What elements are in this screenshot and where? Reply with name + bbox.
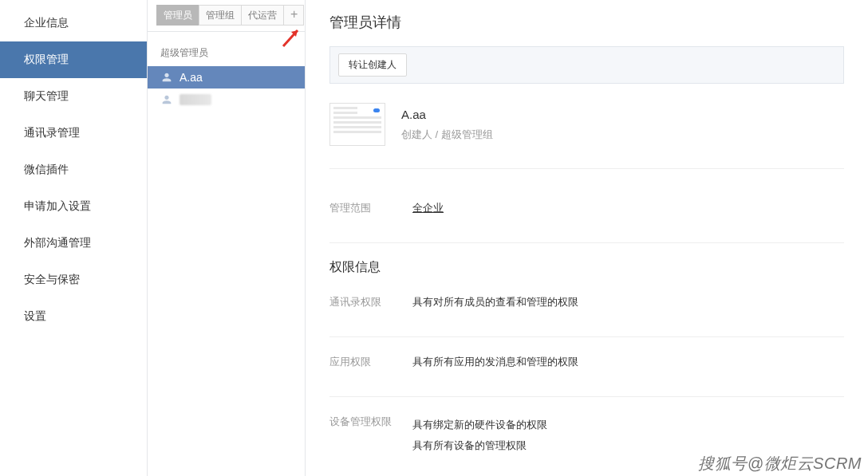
tab-admins[interactable]: 管理员 (156, 5, 199, 26)
admin-tabs: 管理员 管理组 代运营 + (148, 5, 305, 32)
sidebar-item-wechat-plugin[interactable]: 微信插件 (0, 151, 147, 188)
profile-card-thumbnail (329, 103, 385, 146)
profile-row: A.aa 创建人 / 超级管理组 (329, 103, 844, 169)
profile-name: A.aa (401, 108, 493, 121)
perm-row-devices: 设备管理权限 具有绑定新的硬件设备的权限 具有所有设备的管理权限 (329, 402, 844, 469)
perm-value-line: 具有绑定新的硬件设备的权限 (412, 415, 547, 435)
person-icon (160, 93, 173, 106)
sidebar-item-external-comm-management[interactable]: 外部沟通管理 (0, 225, 147, 262)
sidebar-item-security[interactable]: 安全与保密 (0, 262, 147, 298)
sidebar-item-settings[interactable]: 设置 (0, 298, 147, 335)
sidebar-item-contacts-management[interactable]: 通讯录管理 (0, 115, 147, 151)
tab-delegated-ops[interactable]: 代运营 (241, 5, 284, 26)
scope-value[interactable]: 全企业 (412, 201, 444, 215)
sidebar-item-join-request-settings[interactable]: 申请加入设置 (0, 188, 147, 225)
perm-label: 设备管理权限 (329, 415, 412, 456)
sidebar: 企业信息 权限管理 聊天管理 通讯录管理 微信插件 申请加入设置 外部沟通管理 … (0, 0, 148, 476)
page-title: 管理员详情 (329, 13, 844, 32)
transfer-bar: 转让创建人 (329, 46, 844, 84)
perm-row-contacts: 通讯录权限 具有对所有成员的查看和管理的权限 (329, 282, 844, 322)
sidebar-item-chat-management[interactable]: 聊天管理 (0, 78, 147, 115)
tab-admin-groups[interactable]: 管理组 (199, 5, 242, 26)
perm-value-line: 具有所有设备的管理权限 (412, 435, 547, 456)
admin-name-redacted (180, 94, 211, 105)
admin-list-column: 管理员 管理组 代运营 + 超级管理员 A.aa (148, 0, 306, 476)
perm-value: 具有所有应用的发消息和管理的权限 (412, 355, 578, 369)
admin-name: A.aa (180, 71, 203, 84)
permissions-section-title: 权限信息 (329, 248, 844, 282)
perm-label: 通讯录权限 (329, 295, 412, 309)
scope-row: 管理范围 全企业 (329, 188, 844, 228)
admin-detail-panel: 管理员详情 转让创建人 A.aa 创建人 / 超级管理组 管理范围 全企业 (306, 0, 868, 476)
scope-label: 管理范围 (329, 201, 412, 215)
profile-info: A.aa 创建人 / 超级管理组 (401, 108, 493, 142)
perm-row-apps: 应用权限 具有所有应用的发消息和管理的权限 (329, 342, 844, 382)
sidebar-item-permission-management[interactable]: 权限管理 (0, 41, 147, 78)
perm-value: 具有对所有成员的查看和管理的权限 (412, 295, 578, 309)
perm-label: 应用权限 (329, 355, 412, 369)
admin-group-title: 超级管理员 (148, 32, 305, 66)
person-icon (160, 71, 173, 84)
perm-value: 具有绑定新的硬件设备的权限 具有所有设备的管理权限 (412, 415, 547, 456)
plus-icon: + (290, 7, 298, 21)
sidebar-item-enterprise-info[interactable]: 企业信息 (0, 5, 147, 41)
admin-list-item[interactable]: A.aa (148, 66, 305, 89)
profile-role: 创建人 / 超级管理组 (401, 128, 493, 142)
add-tab-button[interactable]: + (283, 5, 304, 26)
transfer-creator-button[interactable]: 转让创建人 (338, 53, 407, 77)
admin-list-item[interactable] (148, 89, 305, 111)
